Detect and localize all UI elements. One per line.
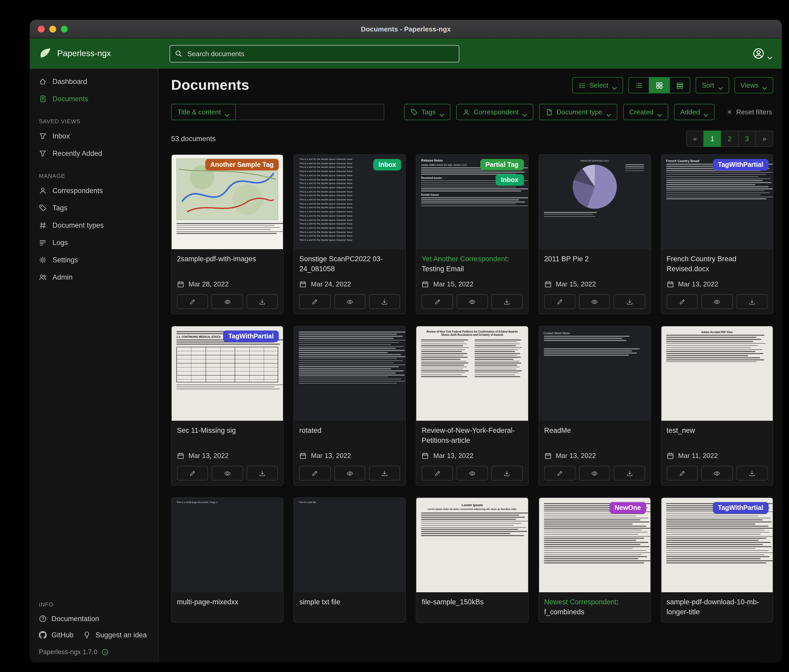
tags-filter-button[interactable]: Tags	[404, 104, 450, 120]
tag-badge-partial-tag[interactable]: Partial Tag	[480, 159, 524, 170]
edit-document-button[interactable]	[299, 466, 331, 481]
minimize-window-button[interactable]	[50, 25, 56, 32]
pagination-next-button[interactable]: »	[755, 131, 773, 147]
edit-document-button[interactable]	[544, 466, 575, 481]
download-document-button[interactable]	[736, 466, 767, 481]
document-thumbnail[interactable]: Lorem ipsumLorem ipsum dolor sit amet, c…	[417, 498, 528, 592]
tag-badge-tagwithpartial[interactable]: TagWithPartial	[712, 159, 768, 170]
edit-document-button[interactable]	[422, 294, 453, 309]
document-title[interactable]: 2sample-pdf-with-images	[177, 255, 278, 274]
pagination-page-3[interactable]: 3	[738, 131, 756, 147]
view-document-button[interactable]	[212, 294, 243, 309]
edit-document-button[interactable]	[177, 466, 208, 481]
view-document-button[interactable]	[457, 466, 488, 481]
close-window-button[interactable]	[38, 25, 45, 32]
download-document-button[interactable]	[491, 466, 522, 481]
filter-text-input[interactable]	[235, 104, 384, 120]
search-input[interactable]	[186, 49, 454, 58]
edit-document-button[interactable]	[667, 466, 698, 481]
user-menu[interactable]	[753, 48, 772, 59]
sidebar-item-dashboard[interactable]: Dashboard	[30, 73, 158, 90]
pagination-page-1[interactable]: 1	[703, 131, 721, 147]
sidebar-item-documentation[interactable]: Documentation	[30, 611, 158, 627]
download-document-button[interactable]	[247, 466, 278, 481]
document-thumbnail[interactable]	[294, 326, 405, 421]
details-view-button[interactable]	[669, 77, 690, 93]
view-document-button[interactable]	[334, 294, 365, 309]
correspondent-filter-button[interactable]: Correspondent	[456, 104, 533, 120]
document-title[interactable]: Sonstige ScanPC2022 03-24_081058	[299, 255, 400, 274]
document-title[interactable]: test_new	[667, 426, 767, 446]
document-thumbnail[interactable]: This is a multi page document. Page 1.	[172, 498, 283, 592]
document-title[interactable]: sample-pdf-download-10-mb-longer-title	[667, 597, 767, 618]
app-brand[interactable]: Paperless-ngx	[38, 47, 157, 61]
view-document-button[interactable]	[579, 294, 610, 309]
document-correspondent[interactable]: Newest Correspondent	[544, 598, 617, 606]
document-correspondent[interactable]: Yet Another Correspondent	[422, 255, 507, 263]
sidebar-item-settings[interactable]: Settings	[30, 251, 158, 269]
select-button[interactable]: Select	[572, 77, 623, 93]
sidebar-item-github[interactable]: GitHub	[39, 627, 73, 643]
document-thumbnail[interactable]: NewOne	[539, 498, 650, 592]
document-thumbnail[interactable]: Adobe Acrobat PDF Files	[661, 326, 773, 421]
views-button[interactable]: Views	[734, 77, 773, 93]
download-document-button[interactable]	[736, 294, 767, 309]
document-thumbnail[interactable]: Contact Sheet Demo	[539, 326, 650, 421]
document-title[interactable]: French Country Bread Revised.docx	[667, 255, 767, 274]
tag-badge-tagwithpartial[interactable]: TagWithPartial	[223, 331, 279, 342]
view-document-button[interactable]	[701, 466, 733, 481]
created-filter-button[interactable]: Created	[623, 104, 668, 120]
tag-badge-newone[interactable]: NewOne	[610, 502, 646, 514]
document-thumbnail[interactable]: 1.1. CONTINUING MEDICAL EDUCATagWithPart…	[172, 326, 283, 421]
tag-badge-tagwithpartial[interactable]: TagWithPartial	[712, 502, 768, 514]
document-title[interactable]: ReadMe	[544, 426, 645, 446]
zoom-window-button[interactable]	[61, 25, 68, 32]
sidebar-item-recently-added[interactable]: Recently Added	[30, 145, 158, 162]
reset-filters-button[interactable]: Reset filters	[727, 108, 773, 116]
view-document-button[interactable]	[212, 466, 243, 481]
document-title[interactable]: Newest Correspondent: f_combineds	[544, 597, 645, 618]
download-document-button[interactable]	[369, 294, 400, 309]
document-thumbnail[interactable]: This is a test file.	[294, 498, 405, 592]
grid-view-button[interactable]	[648, 77, 669, 93]
sidebar-item-correspondents[interactable]: Correspondents	[30, 182, 158, 199]
document-title[interactable]: multi-page-mixedxx	[177, 597, 278, 618]
edit-document-button[interactable]	[544, 294, 575, 309]
sidebar-item-document-types[interactable]: Document types	[30, 217, 158, 234]
edit-document-button[interactable]	[422, 466, 453, 481]
sidebar-item-logs[interactable]: Logs	[30, 234, 158, 251]
view-document-button[interactable]	[334, 466, 365, 481]
pagination-prev-button[interactable]: «	[686, 131, 704, 147]
document-thumbnail[interactable]: Release NotesSimba ODBC Driver for SQL S…	[417, 155, 528, 249]
title-content-dropdown[interactable]: Title & content	[171, 104, 235, 120]
view-document-button[interactable]	[701, 294, 733, 309]
sort-button[interactable]: Sort	[695, 77, 729, 93]
sidebar-item-documents[interactable]: Documents	[30, 90, 158, 108]
document-thumbnail[interactable]: TagWithPartial	[661, 498, 773, 592]
document-thumbnail[interactable]: Review of New York Federal Petitions for…	[417, 326, 528, 421]
sidebar-item-inbox[interactable]: Inbox	[30, 127, 158, 145]
document-title[interactable]: simple txt file	[299, 597, 400, 618]
sidebar-item-suggest-idea[interactable]: Suggest an idea	[83, 627, 147, 643]
added-filter-button[interactable]: Added	[674, 104, 715, 120]
download-document-button[interactable]	[247, 294, 278, 309]
pagination-page-2[interactable]: 2	[721, 131, 739, 147]
edit-document-button[interactable]	[667, 294, 698, 309]
info-circle-icon[interactable]	[101, 648, 109, 656]
sidebar-item-tags[interactable]: Tags	[30, 199, 158, 217]
document-thumbnail[interactable]: This is a test for the double space char…	[294, 155, 405, 249]
document-title[interactable]: Yet Another Correspondent: Testing Email	[422, 255, 522, 274]
tag-badge-another-sample-tag[interactable]: Another Sample Tag	[205, 159, 279, 170]
download-document-button[interactable]	[491, 294, 522, 309]
download-document-button[interactable]	[614, 466, 645, 481]
document-title[interactable]: rotated	[299, 426, 400, 446]
document-thumbnail[interactable]: Another Sample Tag	[172, 155, 283, 249]
document-thumbnail[interactable]: French Country BreadTagWithPartial	[661, 155, 773, 249]
list-view-button[interactable]	[628, 77, 649, 93]
download-document-button[interactable]	[369, 466, 400, 481]
document-title[interactable]: 2011 BP Pie 2	[544, 255, 645, 274]
view-document-button[interactable]	[579, 466, 610, 481]
view-document-button[interactable]	[457, 294, 488, 309]
document-thumbnail[interactable]: Patient BP Distribution 2011	[539, 155, 650, 249]
document-title[interactable]: file-sample_150kBs	[422, 597, 522, 618]
